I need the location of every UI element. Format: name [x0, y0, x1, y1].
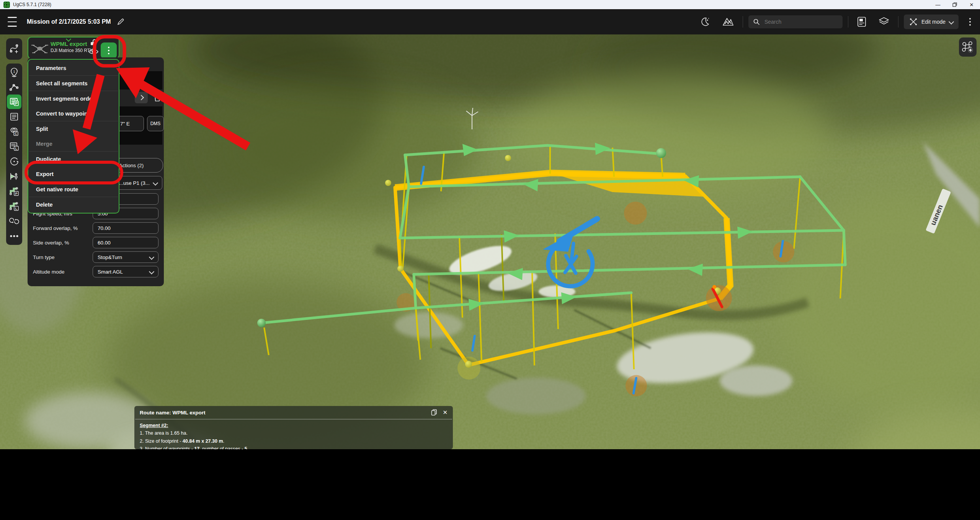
dms-toggle-button[interactable]: DMS: [147, 116, 164, 131]
drone-thumbnail: [31, 42, 49, 55]
bottom-letterbox: [0, 449, 980, 520]
sidebar-item-photogrammetry-area[interactable]: P: [7, 95, 21, 109]
sidebar-segment-tools: 1 P C L P: [6, 64, 22, 245]
svg-text:C: C: [15, 132, 17, 135]
search-input[interactable]: [764, 18, 838, 25]
sidebar-item-waypoint[interactable]: 1: [6, 65, 22, 80]
field-label: Altitude mode: [33, 269, 65, 275]
unlocked-icon[interactable]: [90, 39, 97, 46]
notes-panel-icon[interactable]: [857, 16, 867, 27]
menu-item-invert-segments-order[interactable]: Invert segments order: [28, 91, 119, 106]
sidebar-item-area-scan[interactable]: [6, 109, 22, 124]
delete-segment-icon[interactable]: [152, 91, 162, 103]
sidebar-item-more-tools[interactable]: [6, 228, 22, 243]
elevation-icon[interactable]: [722, 16, 734, 28]
menu-item-export[interactable]: Export: [28, 166, 119, 181]
menu-item-select-all-segments[interactable]: Select all segments: [28, 76, 119, 91]
search-box[interactable]: [748, 15, 843, 28]
sidebar-item-circle-scan[interactable]: C: [6, 124, 22, 139]
edit-mission-icon[interactable]: [116, 18, 125, 26]
hamburger-menu-icon[interactable]: [8, 15, 17, 29]
menu-item-duplicate[interactable]: Duplicate: [28, 152, 119, 166]
svg-text:1: 1: [13, 69, 15, 73]
copy-icon[interactable]: [431, 409, 437, 416]
sidebar-item-search-pattern[interactable]: [6, 214, 22, 228]
info-line-3: 3. Number of waypoints - 17, number of p…: [140, 445, 448, 449]
add-vehicle-button[interactable]: [959, 37, 977, 57]
info-line-1: 1. The area is 1.65 ha.: [140, 429, 448, 437]
sidebar-item-corridor-photo[interactable]: P: [6, 184, 22, 199]
night-mode-icon[interactable]: [699, 16, 710, 28]
mission-title: Mission of 2/17/2025 5:03 PM: [27, 18, 111, 25]
edit-mode-dropdown[interactable]: Edit mode: [904, 15, 959, 29]
field-label: Turn type: [33, 254, 55, 260]
menu-item-delete[interactable]: Delete: [28, 197, 119, 212]
forward-overlap-input[interactable]: [93, 222, 158, 234]
svg-text:L: L: [15, 206, 18, 210]
sidebar-item-corridor-lidar[interactable]: L: [6, 199, 22, 214]
route-context-menu: Parameters Select all segments Invert se…: [28, 59, 119, 214]
altitude-mode-dropdown[interactable]: Smart AGL: [93, 266, 158, 277]
menu-item-convert-to-waypoint[interactable]: Convert to waypoint: [28, 106, 119, 121]
menu-item-split[interactable]: Split: [28, 121, 119, 136]
route-name: WPML export: [51, 41, 93, 47]
close-info-icon[interactable]: ✕: [443, 409, 448, 416]
sidebar-item-route-creator[interactable]: [6, 42, 22, 57]
layers-icon[interactable]: [878, 16, 890, 27]
svg-text:P: P: [15, 101, 18, 106]
restore-button[interactable]: [946, 0, 963, 9]
menu-item-parameters[interactable]: Parameters: [28, 60, 119, 75]
field-label: Side overlap, %: [33, 240, 69, 246]
sidebar-item-polyline[interactable]: [6, 80, 22, 95]
edit-mode-label: Edit mode: [921, 19, 946, 25]
svg-text:L: L: [15, 146, 18, 150]
svg-text:P: P: [15, 191, 17, 195]
route-menu-dots-icon: [108, 47, 109, 54]
info-line-2: 2. Size of footprint - 40.84 m x 27.30 m…: [140, 437, 448, 445]
window-title: UgCS 5.7.1 (7228): [13, 2, 51, 7]
visibility-eye-icon[interactable]: [88, 48, 99, 55]
window-titlebar: UgCS 5.7.1 (7228) — ✕: [0, 0, 980, 9]
chevron-down-icon: [949, 19, 954, 24]
sidebar-item-perimeter-scan[interactable]: [6, 154, 22, 169]
turn-type-dropdown[interactable]: Stop&Turn: [93, 251, 158, 263]
waypoint-sphere[interactable]: [656, 148, 666, 158]
toolbar-more-icon[interactable]: [969, 18, 971, 26]
next-segment-button[interactable]: [135, 92, 148, 103]
menu-item-get-native-route[interactable]: Get native route: [28, 182, 119, 197]
sidebar-item-area-scan-lidar[interactable]: L: [6, 139, 22, 154]
sidebar-route-tools: [6, 38, 22, 60]
drone-add-icon: [961, 41, 974, 54]
field-label: Forward overlap, %: [33, 225, 78, 231]
segment-heading: Segment #2:: [140, 423, 168, 428]
route-menu-button[interactable]: [101, 42, 117, 59]
search-icon: [753, 18, 760, 25]
ugcs-logo: [3, 2, 10, 8]
route-info-title: Route name: WPML export: [140, 410, 206, 416]
route-info-panel: Route name: WPML export ✕ Segment #2: 1.…: [134, 406, 453, 449]
minimize-button[interactable]: —: [929, 0, 946, 9]
sidebar-item-facade-scan[interactable]: [6, 169, 22, 184]
close-button[interactable]: ✕: [963, 0, 980, 9]
side-overlap-input[interactable]: [93, 237, 158, 248]
takeoff-sphere[interactable]: [257, 319, 266, 327]
menu-item-merge: Merge: [28, 136, 119, 151]
route-vehicle: DJI Matrice 350 RTK: [51, 48, 93, 53]
main-toolbar: Mission of 2/17/2025 5:03 PM: [0, 9, 980, 34]
edit-mode-icon: [909, 18, 918, 26]
